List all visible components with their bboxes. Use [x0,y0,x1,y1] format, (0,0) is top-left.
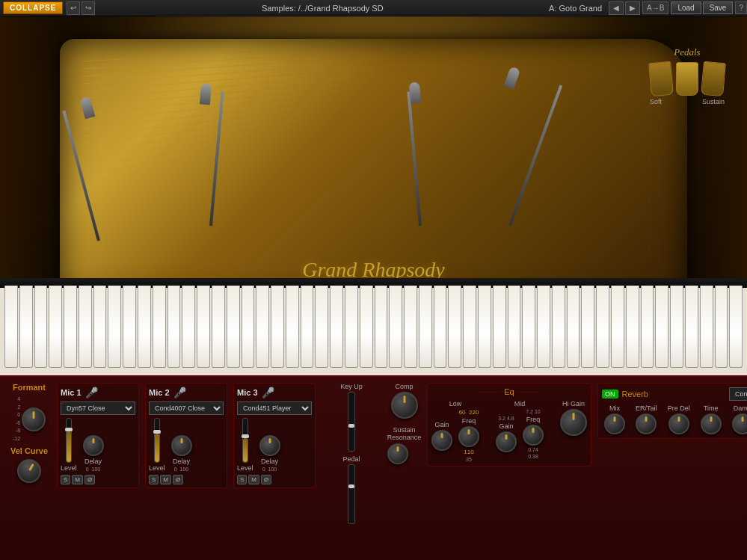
white-key[interactable] [345,286,358,368]
reverb-ertail-knob[interactable] [636,413,657,434]
nav-left-button[interactable]: ◀ [609,1,624,15]
white-key[interactable] [108,286,121,368]
white-key[interactable] [552,286,565,368]
help-button[interactable]: ? [735,1,747,14]
white-key[interactable] [286,286,299,368]
undo-button[interactable]: ↩ [67,1,80,15]
white-key[interactable] [685,286,698,368]
white-key[interactable] [508,286,521,368]
white-key[interactable] [537,286,550,368]
reverb-time-knob[interactable] [701,413,722,434]
white-key[interactable] [626,286,639,368]
mic3-m-button[interactable]: M [248,475,259,484]
white-key[interactable] [375,286,388,368]
mic1-dropdown[interactable]: Dyn57 Close [61,401,135,415]
mic3-delay-knob[interactable] [259,435,280,456]
eq-hi-gain-knob[interactable] [560,409,587,436]
white-key[interactable] [360,286,373,368]
mic2-s-button[interactable]: S [149,475,159,484]
white-key[interactable] [301,286,314,368]
white-key[interactable] [93,286,107,368]
mic1-s-button[interactable]: S [61,475,70,484]
mic3-level-slider[interactable]: Level [237,418,253,472]
white-key[interactable] [242,286,255,368]
nav-right-button[interactable]: ▶ [625,1,640,15]
reverb-mix-knob[interactable] [604,413,625,434]
mic2-m-button[interactable]: M [160,475,171,484]
save-button[interactable]: Save [703,1,734,14]
white-key[interactable] [463,286,476,368]
white-key[interactable] [167,286,181,368]
comp-knob[interactable] [391,392,418,419]
reverb-predel-knob[interactable] [668,413,689,434]
white-key[interactable] [138,286,151,368]
white-key[interactable] [227,286,240,368]
reverb-on-button[interactable]: ON [602,390,618,399]
redo-button[interactable]: ↪ [82,1,95,15]
white-key[interactable] [700,286,713,368]
white-key[interactable] [256,286,269,368]
eq-mid-gain-knob[interactable] [496,431,517,452]
load-button[interactable]: Load [671,1,701,14]
mic2-delay-knob[interactable] [171,435,192,456]
middle-pedal[interactable] [676,62,698,96]
white-key[interactable] [79,286,92,368]
white-key[interactable] [567,286,580,368]
white-key[interactable] [434,286,447,368]
white-key[interactable] [212,286,225,368]
mic1-m-button[interactable]: M [72,475,83,484]
sustain-pedal[interactable] [701,61,726,96]
soft-pedal[interactable] [648,61,674,96]
sustain-resonance-knob[interactable] [387,443,408,464]
mic3-phase-button[interactable]: Ø [261,475,271,484]
mic1-level-slider[interactable]: Level [61,418,77,472]
white-key[interactable] [611,286,624,368]
white-key[interactable] [419,286,432,368]
white-key[interactable] [404,286,417,368]
mic2-dropdown[interactable]: Cond4007 Close [149,401,224,415]
mic2-level-slider[interactable]: Level [149,418,165,472]
white-key[interactable] [729,286,743,368]
eq-mid-freq-knob[interactable] [523,425,544,446]
eq-low-gain-knob[interactable] [431,430,452,451]
white-key[interactable] [655,286,668,368]
white-key[interactable] [596,286,609,368]
white-key[interactable] [153,286,166,368]
white-key[interactable] [34,286,48,368]
mic1-phase-button[interactable]: Ø [84,475,95,484]
white-key[interactable] [4,286,18,368]
mic3-s-button[interactable]: S [237,475,247,484]
white-key[interactable] [123,286,136,368]
formant-knob[interactable] [22,407,46,431]
white-key[interactable] [493,286,506,368]
ab-button[interactable]: A→B [642,1,668,14]
vel-curve-knob[interactable] [13,455,46,487]
white-key[interactable] [271,286,284,368]
white-key[interactable] [197,286,210,368]
white-key[interactable] [715,286,728,368]
reverb-damp-knob[interactable] [732,413,747,434]
white-key[interactable] [448,286,461,368]
white-key[interactable] [522,286,535,368]
reverb-room-select[interactable]: Concert Hall [729,387,747,401]
white-key[interactable] [389,286,402,368]
keys-area[interactable] [0,278,747,375]
white-key[interactable] [581,286,594,368]
pedal-slider[interactable] [348,464,355,524]
white-key[interactable] [641,286,654,368]
key-up-slider[interactable] [348,392,355,452]
white-key[interactable] [478,286,491,368]
white-key[interactable] [315,286,328,368]
mic3-dropdown[interactable]: Cond451 Player [237,401,312,415]
mic2-phase-button[interactable]: Ø [173,475,183,484]
white-key[interactable] [330,286,343,368]
white-key[interactable] [64,286,77,368]
white-key[interactable] [49,286,62,368]
white-keys[interactable] [0,286,747,368]
eq-low-freq-knob[interactable] [458,426,479,447]
collapse-button[interactable]: COLLAPSE [3,1,63,14]
white-key[interactable] [670,286,683,368]
mic1-delay-knob[interactable] [83,435,104,456]
white-key[interactable] [182,286,195,368]
white-key[interactable] [19,286,33,368]
